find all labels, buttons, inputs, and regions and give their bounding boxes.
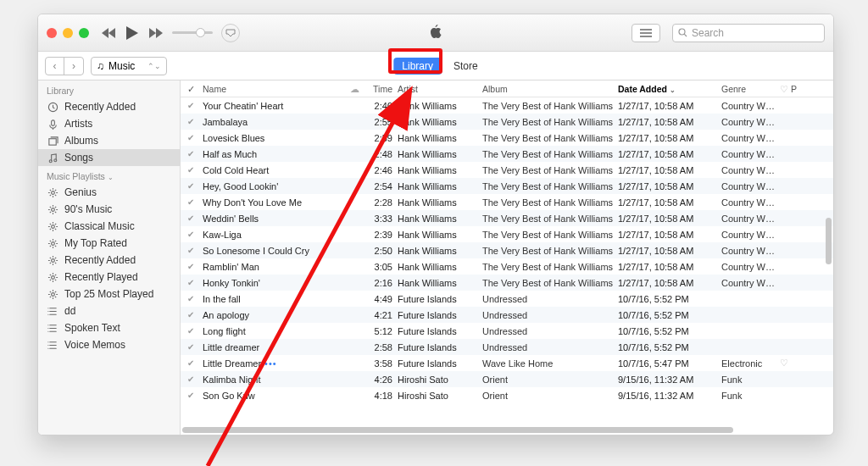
playback-controls <box>101 25 164 41</box>
cell-love[interactable]: ♡ <box>777 358 791 369</box>
table-row[interactable]: ✔Half as Much2:48Hank WilliamsThe Very B… <box>181 146 833 162</box>
playlist-recently-added[interactable]: Recently Added <box>38 252 180 269</box>
playlist-top-25-most-played[interactable]: Top 25 Most Played <box>38 286 180 302</box>
row-checkbox[interactable]: ✔ <box>181 294 201 303</box>
sidebar-item-songs[interactable]: Songs <box>38 149 180 166</box>
table-row[interactable]: ✔Kaw-Liga2:39Hank WilliamsThe Very Best … <box>181 226 833 242</box>
cell-album: The Very Best of Hank Williams <box>482 149 618 159</box>
sidebar-item-albums[interactable]: Albums <box>38 132 180 149</box>
cell-name: Long flight <box>201 326 345 336</box>
volume-slider[interactable] <box>172 31 213 34</box>
table-row[interactable]: ✔Lovesick Blues2:59Hank WilliamsThe Very… <box>181 130 833 146</box>
cell-name: In the fall <box>201 294 345 304</box>
table-row[interactable]: ✔Ramblin' Man3:05Hank WilliamsThe Very B… <box>181 258 833 275</box>
minimize-window-button[interactable] <box>63 28 73 38</box>
row-checkbox[interactable]: ✔ <box>181 246 201 255</box>
close-window-button[interactable] <box>47 28 57 38</box>
col-time[interactable]: Time <box>364 84 398 94</box>
cell-date: 9/15/16, 11:32 AM <box>618 374 721 385</box>
row-checkbox[interactable]: ✔ <box>181 230 201 239</box>
table-row[interactable]: ✔Jambalaya2:55Hank WilliamsThe Very Best… <box>181 114 833 130</box>
col-artist[interactable]: Artist <box>398 84 482 94</box>
music-note-icon: ♫ <box>97 60 104 72</box>
media-picker[interactable]: ♫ Music ⌃⌄ <box>91 57 167 75</box>
cell-genre: Funk <box>721 374 777 385</box>
playlist-dd[interactable]: dd <box>38 302 180 319</box>
table-row[interactable]: ✔Why Don't You Love Me2:28Hank WilliamsT… <box>181 194 833 210</box>
col-name[interactable]: Name <box>201 84 345 94</box>
row-checkbox[interactable]: ✔ <box>181 101 201 110</box>
playlist-spoken-text[interactable]: Spoken Text <box>38 319 180 336</box>
back-button[interactable]: ‹ <box>46 58 64 75</box>
cell-genre: Country W… <box>721 101 777 111</box>
cell-genre: Country W… <box>721 262 777 272</box>
table-row[interactable]: ✔Cold Cold Heart2:46Hank WilliamsThe Ver… <box>181 162 833 178</box>
horizontal-scrollbar[interactable] <box>182 426 823 433</box>
play-button[interactable] <box>125 25 140 41</box>
table-row[interactable]: ✔In the fall4:49Future IslandsUndressed1… <box>181 291 833 307</box>
row-checkbox[interactable]: ✔ <box>181 342 201 352</box>
cell-artist: Hank Williams <box>398 246 482 256</box>
row-checkbox[interactable]: ✔ <box>181 310 201 319</box>
table-row[interactable]: ✔Weddin' Bells3:33Hank WilliamsThe Very … <box>181 210 833 226</box>
table-row[interactable]: ✔Long flight5:12Future IslandsUndressed1… <box>181 323 833 339</box>
row-checkbox[interactable]: ✔ <box>181 262 201 271</box>
cell-artist: Hank Williams <box>398 101 482 111</box>
row-checkbox[interactable]: ✔ <box>181 197 201 207</box>
row-checkbox[interactable]: ✔ <box>181 133 201 142</box>
airplay-button[interactable] <box>221 24 240 42</box>
row-checkbox[interactable]: ✔ <box>181 214 201 223</box>
row-checkbox[interactable]: ✔ <box>181 374 201 384</box>
table-row[interactable]: ✔Honky Tonkin'2:16Hank WilliamsThe Very … <box>181 275 833 291</box>
previous-track-button[interactable] <box>101 25 116 41</box>
cell-time: 2:50 <box>364 246 398 256</box>
col-love-icon[interactable]: ♡ <box>777 84 791 94</box>
row-checkbox[interactable]: ✔ <box>181 165 201 175</box>
vertical-scrollbar[interactable] <box>825 99 832 421</box>
row-checkbox[interactable]: ✔ <box>181 326 201 336</box>
col-check[interactable]: ✓ <box>181 84 201 94</box>
table-row[interactable]: ✔Son Go Kuw4:18Hiroshi SatoOrient9/15/16… <box>181 387 833 403</box>
row-checkbox[interactable]: ✔ <box>181 391 201 400</box>
list-view-button[interactable] <box>632 24 660 42</box>
table-row[interactable]: ✔Your Cheatin' Heart2:46Hank WilliamsThe… <box>181 97 833 114</box>
table-row[interactable]: ✔So Lonesome I Could Cry2:50Hank William… <box>181 242 833 258</box>
col-date-added[interactable]: Date Added⌄ <box>618 84 721 94</box>
col-album[interactable]: Album <box>482 84 618 94</box>
tab-library[interactable]: Library <box>393 58 442 75</box>
cell-album: The Very Best of Hank Williams <box>482 133 618 143</box>
col-plays[interactable]: P <box>791 84 801 94</box>
search-input[interactable]: Search <box>672 24 825 42</box>
playlist-recently-played[interactable]: Recently Played <box>38 269 180 286</box>
row-checkbox[interactable]: ✔ <box>181 358 201 368</box>
table-row[interactable]: ✔Kalimba Night4:26Hiroshi SatoOrient9/15… <box>181 371 833 387</box>
cell-date: 1/27/17, 10:58 AM <box>618 278 721 288</box>
playlist-voice-memos[interactable]: Voice Memos <box>38 336 180 353</box>
table-row[interactable]: ✔Hey, Good Lookin'2:54Hank WilliamsThe V… <box>181 178 833 194</box>
table-row[interactable]: ✔Little Dreamer•••3:58Future IslandsWave… <box>181 355 833 371</box>
next-track-button[interactable] <box>148 25 164 41</box>
row-checkbox[interactable]: ✔ <box>181 117 201 126</box>
more-icon[interactable]: ••• <box>264 358 277 369</box>
col-cloud-icon[interactable]: ☁ <box>345 84 364 94</box>
row-checkbox[interactable]: ✔ <box>181 278 201 287</box>
sidebar-item-label: Classical Music <box>64 220 135 232</box>
playlist-my-top-rated[interactable]: My Top Rated <box>38 235 180 252</box>
playlist-90-s-music[interactable]: 90's Music <box>38 201 180 218</box>
table-row[interactable]: ✔An apology4:21Future IslandsUndressed10… <box>181 307 833 323</box>
zoom-window-button[interactable] <box>79 28 89 38</box>
sidebar-item-artists[interactable]: Artists <box>38 115 180 132</box>
sidebar-item-recently-added[interactable]: Recently Added <box>38 98 180 115</box>
tab-store[interactable]: Store <box>453 60 478 72</box>
media-picker-label: Music <box>108 60 135 72</box>
playlist-genius[interactable]: Genius <box>38 184 180 201</box>
row-checkbox[interactable]: ✔ <box>181 149 201 158</box>
cell-artist: Future Islands <box>398 310 482 320</box>
cell-date: 1/27/17, 10:58 AM <box>618 133 721 143</box>
forward-button[interactable]: › <box>64 58 83 75</box>
row-checkbox[interactable]: ✔ <box>181 181 201 191</box>
playlist-classical-music[interactable]: Classical Music <box>38 218 180 235</box>
table-row[interactable]: ✔Little dreamer2:58Future IslandsUndress… <box>181 339 833 355</box>
col-genre[interactable]: Genre <box>721 84 777 94</box>
cell-genre: Country W… <box>721 181 777 191</box>
